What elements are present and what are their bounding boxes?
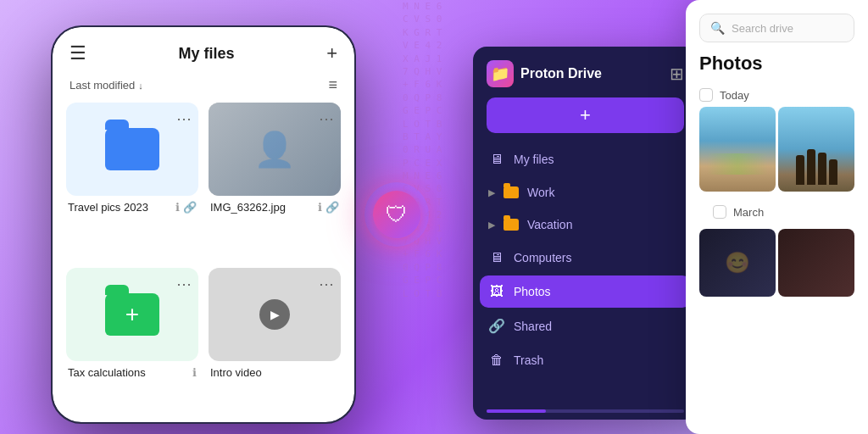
today-checkbox[interactable] [699, 88, 713, 102]
sidebar-item-label: My files [514, 153, 554, 166]
shield-glow: 🛡 [364, 182, 429, 247]
link-icon: 🔗 [183, 201, 197, 214]
march-checkbox[interactable] [713, 205, 726, 219]
sidebar-item-label: Shared [514, 320, 552, 333]
expand-icon: ▶ [488, 220, 495, 231]
march-section-label: March [699, 200, 854, 224]
phone-header: ☰ My files + [53, 27, 354, 73]
file-thumbnail: + ⋯ [66, 268, 198, 361]
today-label: Today [720, 89, 749, 102]
beach-image [699, 107, 776, 192]
file-name-row: Travel pics 2023 ℹ 🔗 [66, 201, 198, 214]
file-meta-icons: ℹ [192, 366, 197, 379]
hamburger-icon[interactable]: ☰ [70, 42, 86, 64]
today-photos-grid [699, 107, 854, 192]
shield-icon: 🛡 [373, 191, 420, 238]
list-view-icon[interactable]: ≡ [328, 76, 337, 94]
sort-arrow-icon: ↓ [138, 81, 143, 91]
today-section-label: Today [686, 83, 868, 107]
search-container: 🔍 Search drive [686, 0, 868, 49]
file-meta-icons: ℹ 🔗 [318, 201, 339, 214]
proton-drive-panel: 📁 Proton Drive ⊞ + 🖥 My files ▶ Work ▶ V… [473, 47, 698, 420]
person-silhouette [818, 153, 826, 185]
expand-icon: ▶ [488, 187, 495, 198]
sort-label-text: Last modified [70, 79, 135, 92]
file-thumbnail: ⋯ [209, 103, 341, 196]
search-icon: 🔍 [710, 21, 725, 35]
file-more-icon[interactable]: ⋯ [176, 275, 192, 293]
folder-icon: + [105, 293, 159, 336]
sidebar-item-label: Computers [514, 251, 571, 264]
file-name-row: Intro video [209, 366, 341, 379]
sidebar-item-trash[interactable]: 🗑 Trash [480, 344, 691, 376]
file-name: Intro video [210, 366, 262, 379]
computers-icon: 🖥 [488, 250, 505, 265]
folder-icon [504, 186, 519, 198]
file-more-icon[interactable]: ⋯ [176, 109, 192, 128]
folder-icon [504, 219, 519, 231]
file-more-icon[interactable]: ⋯ [319, 109, 334, 128]
person-silhouette [807, 149, 815, 185]
march-photo-1[interactable]: 😊 [699, 229, 776, 297]
march-label: March [733, 206, 764, 219]
new-button[interactable]: + [487, 97, 684, 133]
shield-container: 🛡 [364, 182, 429, 247]
sidebar-item-label: Work [527, 186, 554, 199]
file-item[interactable]: + ⋯ Tax calculations ℹ [66, 268, 198, 423]
my-files-icon: 🖥 [488, 152, 505, 167]
share-icon: ℹ [175, 201, 180, 214]
files-grid: ⋯ Travel pics 2023 ℹ 🔗 ⋯ IMG_63262.j [53, 103, 354, 422]
silhouettes [796, 149, 837, 185]
file-thumbnail: ⋯ [66, 103, 198, 196]
file-item[interactable]: ⋯ Travel pics 2023 ℹ 🔗 [66, 103, 198, 258]
phone-screen: ☰ My files + Last modified ↓ ≡ ⋯ Travel … [53, 27, 354, 422]
file-thumbnail: ▶ ⋯ [209, 268, 341, 361]
trash-icon: 🗑 [488, 353, 505, 368]
sidebar-item-work[interactable]: ▶ Work [480, 177, 691, 208]
scrollbar-thumb [487, 409, 546, 413]
scrollbar [487, 409, 684, 413]
file-name-row: Tax calculations ℹ [66, 366, 198, 379]
proton-header: 📁 Proton Drive ⊞ [473, 47, 698, 97]
shared-icon: 🔗 [488, 318, 505, 334]
sort-bar: Last modified ↓ ≡ [53, 73, 354, 103]
beach-photo[interactable] [699, 107, 776, 192]
search-box[interactable]: 🔍 Search drive [699, 14, 854, 42]
photos-icon: 🖼 [488, 284, 505, 299]
file-name: Travel pics 2023 [68, 201, 148, 214]
nav-list: 🖥 My files ▶ Work ▶ Vacation 🖥 Computers… [473, 143, 698, 403]
march-photo-2[interactable] [778, 229, 854, 297]
sidebar-item-label: Trash [514, 353, 543, 367]
grid-view-icon[interactable]: ⊞ [670, 64, 684, 84]
people-image [778, 107, 854, 192]
proton-logo-icon: 📁 [487, 60, 514, 87]
sidebar-item-my-files[interactable]: 🖥 My files [480, 143, 691, 175]
proton-title: Proton Drive [520, 66, 602, 81]
file-name-row: IMG_63262.jpg ℹ 🔗 [209, 201, 341, 214]
right-panel: 🔍 Search drive Photos Today March [686, 0, 868, 434]
shield-symbol: 🛡 [386, 202, 408, 228]
people-photo[interactable] [778, 107, 854, 192]
link-icon: 🔗 [326, 201, 339, 214]
mobile-phone: ☰ My files + Last modified ↓ ≡ ⋯ Travel … [51, 25, 356, 424]
person-silhouette [829, 159, 837, 185]
sidebar-item-vacation[interactable]: ▶ Vacation [480, 209, 691, 240]
search-placeholder: Search drive [732, 22, 793, 35]
march-section: March [686, 192, 868, 229]
file-name: Tax calculations [68, 366, 146, 379]
file-item[interactable]: ⋯ IMG_63262.jpg ℹ 🔗 [209, 103, 341, 258]
sidebar-item-photos[interactable]: 🖼 Photos [480, 275, 691, 308]
folder-icon [105, 128, 159, 170]
photos-title: Photos [686, 49, 868, 83]
file-item[interactable]: ▶ ⋯ Intro video [209, 268, 341, 423]
add-file-button[interactable]: + [326, 42, 337, 64]
play-button[interactable]: ▶ [259, 299, 290, 330]
sidebar-item-computers[interactable]: 🖥 Computers [480, 242, 691, 274]
file-more-icon[interactable]: ⋯ [319, 275, 334, 293]
info-icon: ℹ [192, 366, 197, 379]
proton-logo-row: 📁 Proton Drive [487, 60, 602, 87]
file-meta-icons: ℹ 🔗 [175, 201, 197, 214]
sidebar-item-shared[interactable]: 🔗 Shared [480, 309, 691, 342]
sort-label-container[interactable]: Last modified ↓ [70, 79, 143, 92]
phone-title: My files [179, 45, 235, 63]
